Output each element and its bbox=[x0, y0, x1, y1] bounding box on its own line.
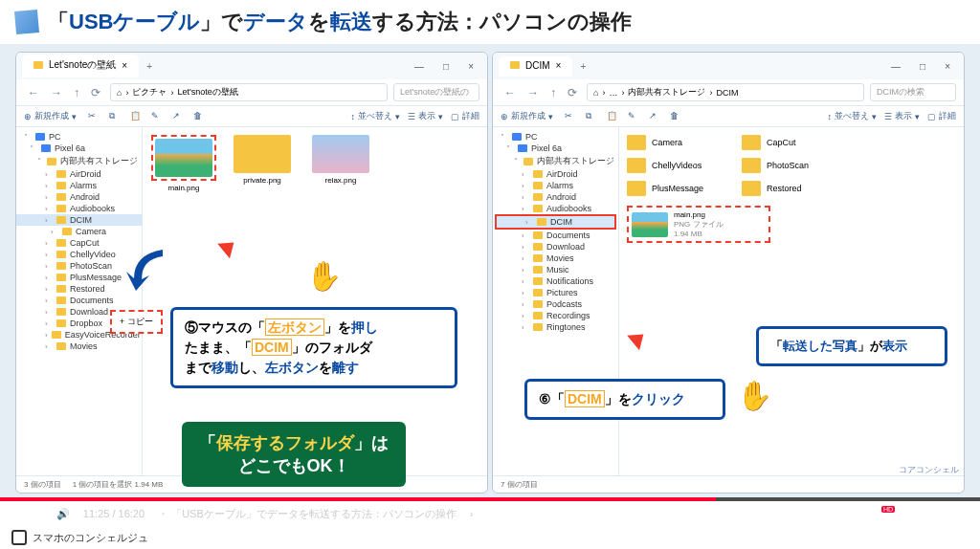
copy-icon[interactable]: ⧉ bbox=[109, 111, 121, 122]
paste-icon[interactable]: 📋 bbox=[607, 111, 618, 122]
sort-button[interactable]: ↕ 並べ替え ▾ bbox=[828, 110, 878, 122]
new-button[interactable]: ⊕ 新規作成 ▾ bbox=[24, 110, 77, 122]
paste-icon[interactable]: 📋 bbox=[130, 111, 142, 122]
view-button[interactable]: ☰ 表示 ▾ bbox=[884, 110, 920, 122]
transferred-file[interactable]: main.png PNG ファイル 1.94 MB bbox=[627, 206, 770, 243]
tree-item[interactable]: ›Notifications bbox=[493, 275, 618, 287]
tree-item[interactable]: ˅内部共有ストレージ bbox=[16, 154, 142, 168]
breadcrumb[interactable]: ⌂ › ピクチャ › Let'snoteの壁紙 bbox=[110, 83, 388, 101]
play-button[interactable]: ▶ bbox=[11, 508, 19, 520]
delete-icon[interactable]: 🗑 bbox=[193, 111, 205, 122]
tree-item[interactable]: ˅PC bbox=[16, 131, 142, 143]
tree-item[interactable]: ›Camera bbox=[16, 226, 142, 237]
details-button[interactable]: ▢ 詳細 bbox=[451, 110, 479, 122]
search-input[interactable]: DCIMの検索 bbox=[870, 83, 956, 101]
tab-add-button[interactable]: + bbox=[572, 61, 593, 72]
tree-item[interactable]: ›Pictures bbox=[493, 287, 618, 298]
forward-button[interactable]: → bbox=[47, 84, 66, 101]
new-button[interactable]: ⊕ 新規作成 ▾ bbox=[501, 110, 553, 122]
tree-item[interactable]: ›AirDroid bbox=[493, 168, 618, 180]
tree-item[interactable]: ›Ringtones bbox=[493, 321, 618, 333]
tree-item[interactable]: ›Podcasts bbox=[493, 298, 618, 310]
up-button[interactable]: ↑ bbox=[546, 84, 560, 101]
tab-add-button[interactable]: + bbox=[139, 61, 160, 72]
cut-icon[interactable]: ✂ bbox=[88, 111, 100, 122]
tree-item[interactable]: ›Audiobooks bbox=[16, 203, 142, 214]
tree-item[interactable]: ›Documents bbox=[16, 295, 142, 306]
tree-item[interactable]: ›Movies bbox=[493, 253, 618, 264]
share-icon[interactable]: ↗ bbox=[172, 111, 184, 122]
tree-item[interactable]: ›AirDroid bbox=[16, 168, 142, 180]
tree-item[interactable]: ›Download bbox=[493, 241, 618, 253]
tab-close-icon[interactable]: × bbox=[122, 60, 127, 71]
tree-item[interactable]: ›ChellyVideo bbox=[16, 249, 142, 260]
fullscreen-button[interactable]: ⛶ bbox=[958, 508, 969, 519]
tree-item[interactable]: ›CapCut bbox=[16, 237, 142, 249]
sort-button[interactable]: ↕ 並べ替え ▾ bbox=[351, 110, 401, 122]
back-button[interactable]: ← bbox=[24, 84, 43, 101]
tree-item[interactable]: ›DCIM bbox=[495, 214, 616, 230]
tree-item[interactable]: ˅Pixel 6a bbox=[16, 143, 142, 154]
copy-icon[interactable]: ⧉ bbox=[586, 111, 597, 122]
maximize-button[interactable]: □ bbox=[914, 59, 931, 74]
up-button[interactable]: ↑ bbox=[70, 84, 83, 101]
captions-button[interactable]: ㏄ bbox=[852, 507, 862, 521]
tree-item[interactable]: ›Documents bbox=[493, 230, 618, 241]
folder-item[interactable]: Restored bbox=[742, 181, 809, 196]
share-icon[interactable]: ↗ bbox=[649, 111, 660, 122]
details-button[interactable]: ▢ 詳細 bbox=[927, 110, 956, 122]
tree-item[interactable]: ˅PC bbox=[493, 131, 618, 143]
rename-icon[interactable]: ✎ bbox=[151, 111, 163, 122]
window-tab[interactable]: Let'snoteの壁紙 × bbox=[22, 55, 139, 77]
delete-icon[interactable]: 🗑 bbox=[670, 111, 681, 122]
tree-item[interactable]: ›Android bbox=[16, 191, 142, 203]
tree-item[interactable]: ›Alarms bbox=[16, 180, 142, 191]
tree-item[interactable]: ›Audiobooks bbox=[493, 203, 618, 214]
refresh-button[interactable]: ⟳ bbox=[564, 84, 581, 101]
folder-item[interactable]: ChellyVideos bbox=[627, 158, 703, 173]
tree-item[interactable]: ›PlusMessage bbox=[16, 272, 142, 283]
tree-item[interactable]: ›DCIM bbox=[16, 214, 142, 226]
tree-item[interactable]: ›Alarms bbox=[493, 180, 618, 191]
back-button[interactable]: ← bbox=[501, 84, 520, 101]
minimize-button[interactable]: ― bbox=[885, 59, 906, 74]
cut-icon[interactable]: ✂ bbox=[565, 111, 576, 122]
tree-item[interactable]: ˅Pixel 6a bbox=[493, 143, 618, 154]
file-thumb[interactable]: relax.png bbox=[307, 135, 374, 192]
volume-button[interactable]: 🔊 bbox=[56, 508, 70, 520]
tree-item[interactable]: ›Recordings bbox=[493, 310, 618, 321]
tree-item[interactable]: ›Music bbox=[493, 264, 618, 275]
folder-item[interactable]: PhotoScan bbox=[742, 158, 809, 173]
close-button[interactable]: × bbox=[939, 59, 956, 74]
tab-close-icon[interactable]: × bbox=[556, 60, 562, 71]
file-thumb[interactable]: main.png bbox=[150, 135, 217, 192]
folder-item[interactable]: Camera bbox=[627, 135, 703, 150]
file-thumb[interactable]: private.png bbox=[229, 135, 296, 192]
rename-icon[interactable]: ✎ bbox=[628, 111, 639, 122]
settings-button[interactable]: ⚙HD bbox=[876, 508, 899, 520]
nav-tree-right[interactable]: ˅PC˅Pixel 6a˅内部共有ストレージ›AirDroid›Alarms›A… bbox=[493, 127, 619, 475]
maximize-button[interactable]: □ bbox=[437, 59, 455, 74]
tree-item[interactable]: ›Android bbox=[493, 191, 618, 203]
autoplay-toggle[interactable]: ⏻ bbox=[828, 508, 838, 519]
tree-item[interactable]: ›PhotoScan bbox=[16, 260, 142, 272]
close-button[interactable]: × bbox=[462, 59, 479, 74]
theater-button[interactable]: ▭ bbox=[935, 508, 945, 520]
file-pane-right[interactable]: CameraChellyVideosPlusMessage CapCutPhot… bbox=[619, 127, 964, 475]
breadcrumb[interactable]: ⌂ › … › 内部共有ストレージ › DCIM bbox=[587, 83, 864, 101]
search-input[interactable]: Let'snoteの壁紙の bbox=[393, 83, 479, 101]
tree-item[interactable]: ›Restored bbox=[16, 283, 142, 295]
miniplayer-button[interactable]: ▣ bbox=[912, 508, 922, 520]
view-button[interactable]: ☰ 表示 ▾ bbox=[408, 110, 443, 122]
tree-item[interactable]: ˅内部共有ストレージ bbox=[493, 154, 618, 168]
nav-tree-left[interactable]: ˅PC˅Pixel 6a˅内部共有ストレージ›AirDroid›Alarms›A… bbox=[16, 127, 143, 475]
video-chapter[interactable]: ・ 「USBケーブル」でデータを転送する方法：パソコンの操作 bbox=[158, 507, 457, 521]
window-tab[interactable]: DCIM × bbox=[499, 56, 572, 77]
folder-item[interactable]: CapCut bbox=[742, 135, 809, 150]
next-button[interactable]: ▶| bbox=[33, 508, 43, 520]
minimize-button[interactable]: ― bbox=[409, 59, 430, 74]
tree-item[interactable]: ›Movies bbox=[16, 340, 142, 352]
refresh-button[interactable]: ⟳ bbox=[87, 84, 104, 101]
folder-item[interactable]: PlusMessage bbox=[627, 181, 703, 196]
forward-button[interactable]: → bbox=[523, 84, 543, 101]
